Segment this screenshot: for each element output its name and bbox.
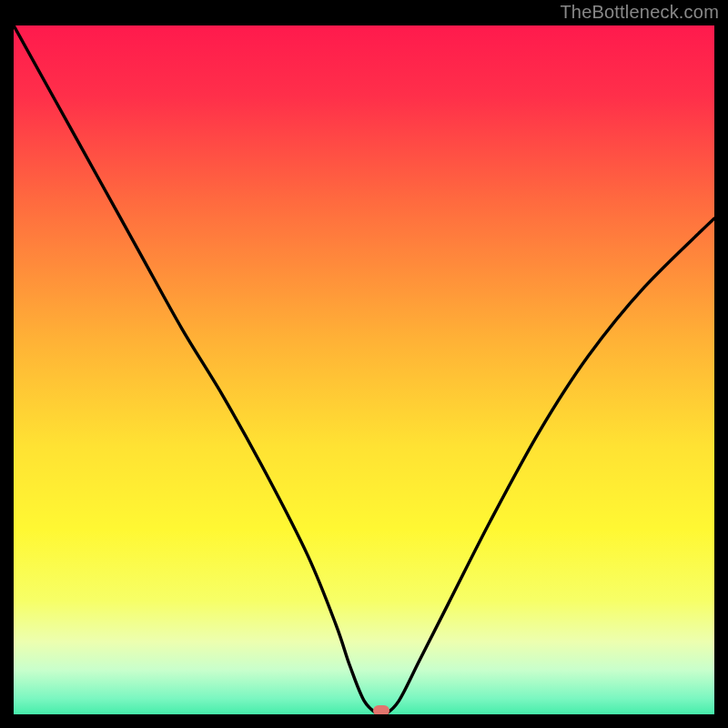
attribution-label: TheBottleneck.com (560, 2, 719, 23)
chart-container: TheBottleneck.com (0, 0, 728, 728)
bottleneck-curve (14, 25, 714, 714)
plot-area (14, 25, 714, 714)
optimum-marker (373, 705, 389, 714)
